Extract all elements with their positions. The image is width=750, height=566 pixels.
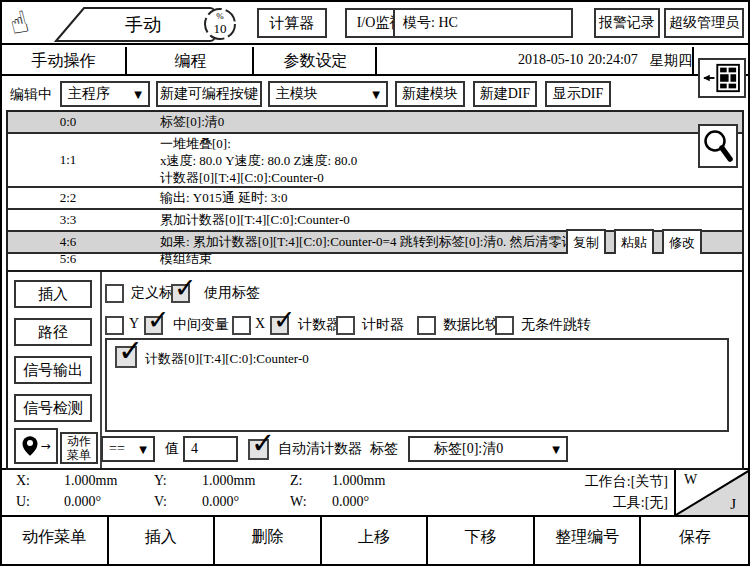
new-module-button[interactable]: 新建模块 [395,81,465,107]
show-dif-button[interactable]: 显示DIF [545,81,611,107]
save-button[interactable]: 保存 [641,517,748,564]
row-action-buttons: 复制 粘贴 修改 [566,229,702,257]
counter-checkbox[interactable]: ✓ [270,316,289,335]
counter-text: 计数器 [298,316,340,334]
modify-button[interactable]: 修改 [662,229,702,257]
row-text: 模组结束 [160,250,212,268]
tab-bar: 手动操作 编程 参数设定 2018-05-10 20:24:07 星期四 [2,47,748,76]
operator-select[interactable]: == ▼ [101,436,155,462]
checkmark-icon: ✓ [147,306,170,333]
divider [692,47,694,76]
admin-level-button[interactable]: 超级管理员 [664,8,744,38]
move-down-button[interactable]: 下移 [428,517,535,564]
row-id: 1:1 [8,152,128,168]
timer-checkbox[interactable] [336,316,355,335]
chevron-down-icon: ▼ [372,89,380,100]
speed-value: 10 [214,21,227,36]
program-row-2[interactable]: 2:2 输出: Y015通 延时: 3:0 [8,188,742,210]
program-row-1[interactable]: 1:1 一堆堆叠[0]: x速度: 80.0 Y速度: 80.0 Z速度: 80… [8,134,742,188]
calculator-button[interactable]: 计算器 [257,8,327,38]
program-row-0[interactable]: 0:0 标签[0]:清0 [8,112,742,134]
new-programmable-key-button[interactable]: 新建可编程按键 [156,81,262,107]
v-axis-value: 0.000° [202,494,239,510]
tab-parameter-setting[interactable]: 参数设定 [256,47,377,76]
new-dif-button[interactable]: 新建DIF [473,81,537,107]
jump-label-value: 标签[0]:清0 [434,440,503,458]
row-id: 3:3 [8,212,128,228]
row-id: 4:6 [8,234,128,250]
mode-speed-banner[interactable]: 手动 % 10 [48,3,250,45]
use-label-checkbox[interactable]: ✓ [171,284,190,303]
data-compare-checkbox[interactable] [417,316,436,335]
paste-button[interactable]: 粘贴 [614,229,654,257]
x-axis-value: 1.000mm [64,473,117,489]
x-checkbox[interactable] [232,316,251,335]
coord-mode-toggle[interactable]: W J [674,470,748,515]
u-axis-value: 0.000° [64,494,101,510]
module-select[interactable]: 主模块 ▼ [268,81,388,107]
copy-button[interactable]: 复制 [566,229,606,257]
uncond-jump-checkbox[interactable] [495,316,514,335]
row-text: 累加计数器[0][T:4][C:0]:Counter-0 [160,211,350,229]
coordinate-status-bar: X: 1.000mm Y: 1.000mm Z: 1.000mm U: 0.00… [2,468,748,515]
module-select-value: 主模块 [276,85,318,103]
magnifier-icon [702,128,734,164]
tab-manual-operation[interactable]: 手动操作 [2,47,127,76]
program-row-5[interactable]: 5:6 模组结束 [8,254,742,264]
w-axis-value: 0.000° [332,494,369,510]
move-up-button[interactable]: 上移 [322,517,429,564]
u-axis-label: U: [16,494,30,510]
w-axis-label: W: [290,494,307,510]
z-axis-label: Z: [290,473,302,489]
bottom-function-bar: 动作菜单 插入 删除 上移 下移 整理编号 保存 [2,515,748,564]
row-text: 一堆堆叠[0]: x速度: 80.0 Y速度: 80.0 Z速度: 80.0 计… [160,135,357,186]
alarm-log-button[interactable]: 报警记录 [594,8,660,38]
step-edit-panel: 插入 路径 信号输出 信号检测 → 动作 菜单 定义标签 ✓ 使用标签 [6,270,744,470]
checkmark-icon: ✓ [273,306,296,333]
counter-item-checkbox[interactable]: ✓ [115,346,137,368]
chevron-down-icon: ▼ [139,444,147,455]
jump-label-select[interactable]: 标签[0]:清0 ▼ [408,436,568,462]
status-time: 20:24:07 [588,52,638,68]
insert-button[interactable]: 插入 [109,517,216,564]
x-axis-label: X: [16,473,30,489]
tool-mode-label: 工具:[无] [448,494,668,512]
editing-status-label: 编辑中 [10,86,52,104]
coord-mode-j: J [730,496,736,513]
y-axis-value: 1.000mm [202,473,255,489]
checkmark-icon: ✓ [174,274,197,301]
condition-row: == ▼ 值 ✓ 自动清计数器 标签 标签[0]:清0 ▼ [8,436,746,464]
y-text: Y [129,316,139,332]
signal-output-side-button[interactable]: 信号输出 [14,356,92,384]
y-axis-label: Y: [154,473,167,489]
chevron-down-icon: ▼ [552,444,560,455]
timer-text: 计时器 [362,316,404,334]
auto-clear-checkbox[interactable]: ✓ [248,439,269,460]
status-date: 2018-05-10 [518,52,583,68]
row-text: 输出: Y015通 延时: 3:0 [160,189,287,207]
status-weekday: 星期四 [650,52,692,70]
program-select[interactable]: 主程序 ▼ [60,81,150,107]
keypad-dock-button[interactable] [698,58,746,98]
top-bar: ☝ 手动 % 10 计算器 I/O监视 模号: HC 报警记录 超级管理员 [2,2,748,45]
signal-detect-side-button[interactable]: 信号检测 [14,394,92,422]
delete-button[interactable]: 删除 [215,517,322,564]
z-axis-value: 1.000mm [332,473,385,489]
worktable-mode-label: 工作台:[关节] [448,473,668,491]
action-menu-button[interactable]: 动作菜单 [2,517,109,564]
define-label-checkbox[interactable] [105,284,124,303]
row-id: 5:6 [8,251,128,267]
jump-label-text: 标签 [370,440,398,458]
mode-label: 手动 [125,15,161,35]
mid-var-checkbox[interactable]: ✓ [144,316,163,335]
renumber-button[interactable]: 整理编号 [535,517,642,564]
value-label: 值 [165,440,179,458]
tab-programming[interactable]: 编程 [129,47,254,76]
value-input[interactable] [183,436,238,462]
zoom-search-button[interactable] [698,124,738,168]
hand-mode-icon: ☝ [6,4,32,41]
model-number-field[interactable]: 模号: HC [393,8,573,38]
operator-value: == [109,441,125,457]
counter-item-text: 计数器[0][T:4][C:0]:Counter-0 [145,350,309,368]
x-text: X [255,316,265,332]
